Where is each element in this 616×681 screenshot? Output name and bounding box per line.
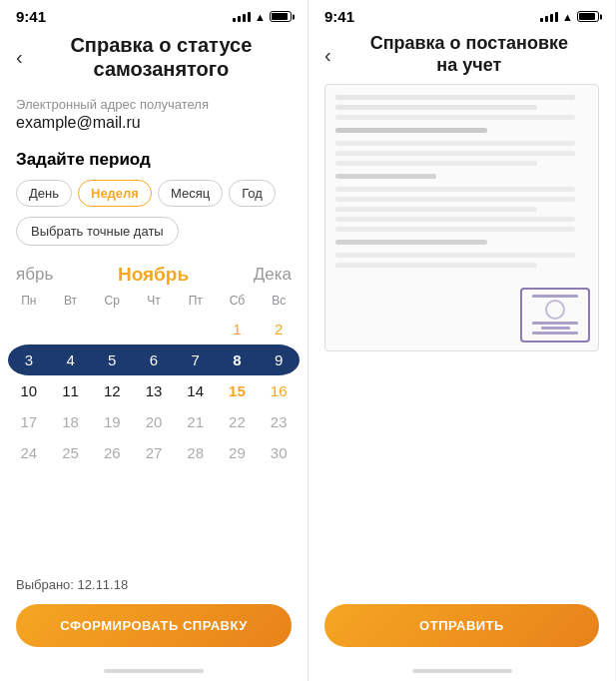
cal-week-2: 3 4 5 6 7 8 9 — [0, 344, 308, 375]
cal-day-23[interactable]: 23 — [258, 406, 300, 437]
exact-dates-button[interactable]: Выбрать точные даты — [16, 217, 179, 246]
cal-day-10[interactable]: 10 — [8, 375, 50, 406]
doc-section-1 — [335, 95, 588, 120]
status-bar-right: 9:41 ▲ — [308, 0, 615, 29]
cal-day-21[interactable]: 21 — [175, 406, 217, 437]
cal-empty — [175, 314, 217, 344]
next-month: Дека — [254, 265, 292, 285]
weekday-mon: Пн — [8, 292, 50, 310]
time-left: 9:41 — [16, 8, 46, 25]
period-section: Задайте период День Неделя Месяц Год Выб… — [0, 146, 308, 256]
cal-day-29[interactable]: 29 — [217, 437, 259, 468]
right-content: ОТПРАВИТЬ — [308, 84, 615, 681]
period-title: Задайте период — [16, 150, 292, 170]
doc-section-5 — [335, 187, 588, 232]
cal-day-27[interactable]: 27 — [133, 437, 175, 468]
status-icons-right: ▲ — [540, 11, 599, 23]
page-title-right: Справка о постановкена учет — [339, 33, 599, 76]
cal-week-1: 1 2 — [0, 314, 308, 344]
weekdays-row: Пн Вт Ср Чт Пт Сб Вс — [0, 290, 308, 312]
doc-section-3 — [335, 141, 588, 166]
weekday-fri: Пт — [175, 292, 217, 310]
cal-day-28[interactable]: 28 — [175, 437, 217, 468]
cal-empty — [8, 314, 50, 344]
doc-section-2 — [335, 128, 588, 133]
calendar: ябрь Ноябрь Дека Пн Вт Ср Чт Пт Сб Вс — [0, 256, 308, 569]
cal-empty — [133, 314, 175, 344]
status-icons-left: ▲ — [233, 11, 292, 23]
weekday-sun: Вс — [258, 292, 300, 310]
tab-day[interactable]: День — [16, 180, 72, 207]
cal-week-4: 17 18 19 20 21 22 23 — [0, 406, 308, 437]
cal-day-7[interactable]: 7 — [175, 344, 217, 375]
wifi-icon: ▲ — [255, 11, 266, 23]
cal-day-5[interactable]: 5 — [91, 344, 133, 375]
back-button-right[interactable]: ‹ — [324, 45, 331, 65]
left-panel: 9:41 ▲ ‹ Справка о статусе самозанятого … — [0, 0, 308, 681]
cal-day-6[interactable]: 6 — [133, 344, 175, 375]
tab-month[interactable]: Месяц — [158, 180, 223, 207]
right-panel: 9:41 ▲ ‹ Справка о постановкена учет — [308, 0, 615, 681]
cal-day-4[interactable]: 4 — [50, 344, 92, 375]
email-label: Электронный адрес получателя — [16, 97, 292, 112]
form-button[interactable]: СФОРМИРОВАТЬ СПРАВКУ — [16, 604, 292, 647]
cta-wrap-left: СФОРМИРОВАТЬ СПРАВКУ — [0, 596, 308, 663]
nav-header-left: ‹ Справка о статусе самозанятого — [0, 29, 308, 89]
home-indicator-right — [412, 669, 512, 673]
cal-day-11[interactable]: 11 — [50, 375, 92, 406]
cal-day-13[interactable]: 13 — [133, 375, 175, 406]
cal-day-18[interactable]: 18 — [50, 406, 92, 437]
cal-day-14[interactable]: 14 — [175, 375, 217, 406]
period-tabs: День Неделя Месяц Год — [16, 180, 292, 207]
weekday-thu: Чт — [133, 292, 175, 310]
weekday-tue: Вт — [50, 292, 92, 310]
cal-day-12[interactable]: 12 — [91, 375, 133, 406]
email-value: example@mail.ru — [16, 114, 292, 132]
doc-section-7 — [335, 253, 588, 268]
cal-day-24[interactable]: 24 — [8, 437, 50, 468]
document-preview — [324, 84, 599, 350]
cal-day-26[interactable]: 26 — [91, 437, 133, 468]
prev-month: ябрь — [16, 265, 53, 285]
status-bar-left: 9:41 ▲ — [0, 0, 308, 29]
home-indicator-left — [104, 669, 204, 673]
back-button-left[interactable]: ‹ — [16, 47, 23, 67]
doc-section-6 — [335, 240, 588, 245]
cal-week-3: 10 11 12 13 14 15 16 — [0, 375, 308, 406]
cal-empty — [91, 314, 133, 344]
month-row: ябрь Ноябрь Дека — [0, 256, 308, 290]
cal-day-3[interactable]: 3 — [8, 344, 50, 375]
nav-header-right: ‹ Справка о постановкена учет — [308, 29, 615, 84]
selected-info: Выбрано: 12.11.18 — [0, 569, 308, 596]
document-stamp — [520, 288, 590, 342]
send-button[interactable]: ОТПРАВИТЬ — [324, 604, 599, 647]
battery-icon — [270, 11, 292, 22]
left-content: Электронный адрес получателя example@mai… — [0, 89, 308, 681]
cal-day-9[interactable]: 9 — [258, 344, 300, 375]
weekday-wed: Ср — [91, 292, 133, 310]
weekday-sat: Сб — [217, 292, 259, 310]
wifi-icon-right: ▲ — [562, 11, 573, 23]
cal-day-19[interactable]: 19 — [91, 406, 133, 437]
tab-year[interactable]: Год — [229, 180, 276, 207]
cal-day-22[interactable]: 22 — [217, 406, 259, 437]
tab-week[interactable]: Неделя — [78, 180, 152, 207]
cal-day-20[interactable]: 20 — [133, 406, 175, 437]
cal-day-1[interactable]: 1 — [217, 314, 259, 344]
time-right: 9:41 — [324, 8, 354, 25]
cal-week-5: 24 25 26 27 28 29 30 — [0, 437, 308, 468]
cal-empty — [50, 314, 92, 344]
signal-icon — [233, 12, 251, 22]
cal-day-30[interactable]: 30 — [258, 437, 300, 468]
battery-icon-right — [577, 11, 599, 22]
doc-section-4 — [335, 174, 588, 179]
cal-day-17[interactable]: 17 — [8, 406, 50, 437]
cal-day-2[interactable]: 2 — [258, 314, 300, 344]
cal-day-16[interactable]: 16 — [258, 375, 300, 406]
cta-wrap-right: ОТПРАВИТЬ — [308, 596, 615, 663]
current-month: Ноябрь — [118, 264, 189, 286]
cal-day-15[interactable]: 15 — [217, 375, 259, 406]
cal-day-25[interactable]: 25 — [50, 437, 92, 468]
cal-day-8[interactable]: 8 — [217, 344, 259, 375]
signal-icon-right — [540, 12, 558, 22]
